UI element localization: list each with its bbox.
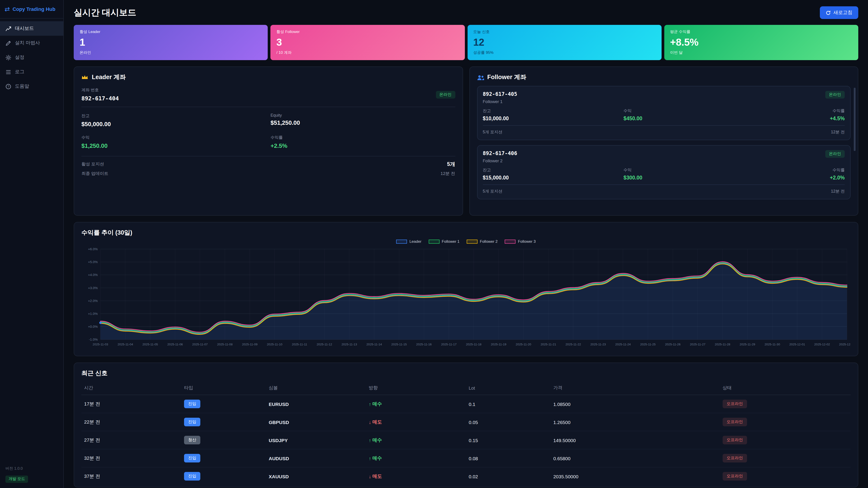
svg-text:2025-11-29: 2025-11-29	[740, 343, 755, 346]
stat-card-label: 오늘 신호	[473, 29, 656, 35]
signal-row: 22분 전 진입 GBPUSD ↓ 매도 0.05 1.26500 오프라인	[82, 413, 850, 431]
signal-lot: 0.15	[466, 431, 551, 449]
col-time: 시간	[82, 381, 181, 395]
leader-field-value: +2.5%	[271, 142, 455, 149]
follower-name: Follower 2	[483, 158, 517, 163]
follower-metrics: 잔고 $10,000.00 수익 $450.00 수익률 +4.5%	[483, 108, 845, 126]
app-logo: ⇄ Copy Trading Hub	[0, 0, 63, 19]
svg-text:2025-11-27: 2025-11-27	[690, 343, 706, 346]
refresh-button[interactable]: 새로고침	[820, 6, 858, 19]
follower-roi-block: 수익률 +2.0%	[744, 167, 845, 181]
dev-mode-badge: 개발 모드	[5, 476, 28, 483]
svg-text:2025-11-22: 2025-11-22	[565, 343, 581, 346]
signal-direction: ↓ 매도	[369, 419, 382, 425]
signal-symbol: AUDUSD	[266, 449, 366, 467]
app-root: ⇄ Copy Trading Hub 대시보드 설치 마법사 설정 로그 ? 도…	[0, 0, 868, 488]
follower-identity: 892-617-405 Follower 1	[483, 91, 517, 104]
stat-card-subtext: 온라인	[80, 50, 262, 56]
svg-text:2025-11-09: 2025-11-09	[242, 343, 257, 346]
leader-field: 수익 $1,250.00	[82, 135, 266, 149]
sidebar-nav-item[interactable]: ? 도움말	[0, 79, 63, 94]
leader-footer: 활성 포지션 5개 최종 업데이트 12분 전	[82, 156, 455, 177]
scrollbar-thumb[interactable]	[854, 88, 856, 151]
legend-label: Follower 1	[442, 239, 459, 243]
leader-field-value: $51,250.00	[271, 119, 455, 126]
signal-price: 2035.50000	[551, 467, 720, 485]
updated-row: 최종 업데이트 12분 전	[82, 171, 455, 177]
roi-value: +4.5%	[744, 116, 845, 121]
signal-time: 32분 전	[82, 449, 181, 467]
svg-text:2025-11-21: 2025-11-21	[540, 343, 556, 346]
signal-lot: 0.02	[466, 467, 551, 485]
svg-text:+1.0%: +1.0%	[88, 312, 98, 316]
col-status: 상태	[720, 381, 850, 395]
sidebar: ⇄ Copy Trading Hub 대시보드 설치 마법사 설정 로그 ? 도…	[0, 0, 64, 488]
leader-field-label: 잔고	[82, 113, 266, 119]
svg-text:+0.0%: +0.0%	[88, 325, 98, 328]
legend-label: Follower 2	[480, 239, 497, 243]
stat-card-value: +8.5%	[670, 37, 852, 47]
svg-text:2025-11-26: 2025-11-26	[665, 343, 681, 346]
sidebar-nav-item[interactable]: 설치 마법사	[0, 36, 63, 50]
svg-text:2025-11-13: 2025-11-13	[341, 343, 357, 346]
legend-item[interactable]: Follower 1	[429, 239, 459, 243]
svg-text:+5.0%: +5.0%	[88, 260, 98, 264]
signal-price: 0.65800	[551, 449, 720, 467]
stat-cards-row: 활성 Leader 1 온라인 활성 Follower 3 / 10 계좌 오늘…	[74, 25, 858, 60]
signals-header-row: 시간 타입 심볼 방향 Lot 가격 상태	[82, 381, 850, 395]
signal-lot: 0.05	[466, 413, 551, 431]
signal-type-badge: 진입	[184, 400, 200, 408]
sidebar-nav-item[interactable]: 로그	[0, 65, 63, 79]
follower-status-badge: 온라인	[825, 150, 845, 158]
svg-text:2025-11-30: 2025-11-30	[765, 343, 780, 346]
sidebar-nav-item[interactable]: 대시보드	[0, 21, 63, 36]
balance-value: $15,000.00	[483, 175, 624, 181]
signal-symbol: EURUSD	[266, 395, 366, 413]
follower-panel-title: Follower 계좌	[477, 73, 850, 82]
profit-value: $450.00	[624, 116, 744, 121]
nav-item-label: 설치 마법사	[15, 40, 40, 46]
stat-card-value: 12	[473, 37, 656, 47]
follower-name: Follower 1	[483, 99, 517, 104]
returns-chart-panel: 수익률 추이 (30일) LeaderFollower 1Follower 2F…	[74, 222, 858, 356]
nav-item-label: 설정	[15, 54, 24, 61]
page-title: 실시간 대시보드	[74, 7, 136, 19]
follower-card-header: 892-617-406 Follower 2 온라인	[483, 150, 845, 163]
svg-text:?: ?	[7, 85, 9, 88]
svg-text:2025-11-16: 2025-11-16	[416, 343, 432, 346]
signal-type-badge: 진입	[184, 472, 200, 481]
leader-panel-title: Leader 계좌	[82, 73, 455, 82]
col-price: 가격	[551, 381, 720, 395]
follower-card: 892-617-405 Follower 1 온라인 잔고 $10,000.00…	[477, 86, 850, 140]
legend-item[interactable]: Follower 2	[467, 239, 497, 243]
follower-balance-block: 잔고 $15,000.00	[483, 167, 624, 181]
follower-positions: 5개 포지션	[483, 189, 502, 194]
leader-panel: Leader 계좌 계좌 번호 892-617-404 온라인 잔고 $50,0…	[74, 66, 463, 216]
returns-line-chart: -1.0%+0.0%+1.0%+2.0%+3.0%+4.0%+5.0%+6.0%…	[82, 245, 850, 352]
direction-arrow-icon: ↑	[369, 401, 371, 406]
legend-item[interactable]: Leader	[396, 239, 422, 243]
wizard-icon	[5, 40, 11, 46]
col-direction: 방향	[366, 381, 466, 395]
refresh-icon	[826, 10, 831, 15]
stat-card-subtext: / 10 계좌	[277, 50, 459, 56]
direction-label: 매수	[372, 455, 382, 461]
direction-label: 매수	[372, 437, 382, 443]
signal-type-badge: 진입	[184, 454, 200, 462]
users-icon	[477, 74, 484, 80]
account-number-label: 계좌 번호	[82, 87, 119, 93]
stat-card: 활성 Follower 3 / 10 계좌	[271, 25, 465, 60]
roi-label: 수익률	[744, 108, 845, 114]
signal-row: 37분 전 진입 XAUUSD ↓ 매도 0.02 2035.50000 오프라…	[82, 467, 850, 485]
balance-label: 잔고	[483, 108, 624, 114]
leader-field-label: Equity	[271, 113, 455, 118]
legend-item[interactable]: Follower 3	[505, 239, 536, 243]
version-label: 버전 1.0.0	[5, 466, 58, 471]
legend-swatch	[505, 239, 516, 243]
sidebar-nav-item[interactable]: 설정	[0, 50, 63, 65]
chart-title-text: 수익률 추이 (30일)	[82, 229, 132, 237]
signal-time: 22분 전	[82, 413, 181, 431]
roi-value: +2.0%	[744, 175, 845, 181]
col-lot: Lot	[466, 381, 551, 395]
follower-account-number: 892-617-405	[483, 91, 517, 97]
